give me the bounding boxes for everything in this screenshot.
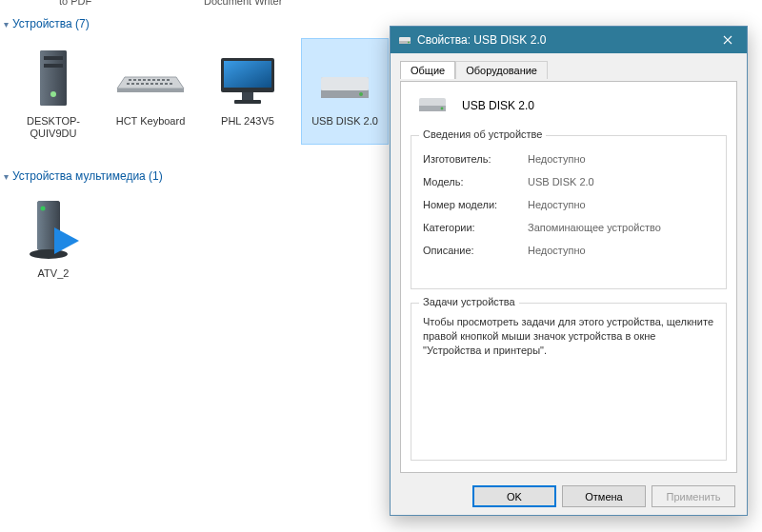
keyboard-icon — [108, 43, 193, 111]
info-key: Изготовитель: — [423, 153, 528, 165]
svg-rect-32 — [321, 77, 369, 90]
svg-rect-24 — [165, 83, 168, 85]
device-tasks-group: Задачи устройства Чтобы просмотреть зада… — [411, 303, 727, 461]
svg-point-45 — [441, 108, 444, 110]
svg-rect-17 — [131, 83, 134, 85]
tab-strip: Общие Оборудование — [400, 61, 737, 79]
svg-rect-19 — [141, 83, 144, 85]
ok-button[interactable]: OK — [472, 485, 556, 507]
row-description: Описание:Недоступно — [423, 239, 714, 262]
section-media[interactable]: ▾ Устройства мультимедиа (1) — [4, 169, 163, 183]
chevron-down-icon: ▾ — [4, 171, 9, 182]
device-label: HCT Keyboard — [108, 115, 193, 128]
svg-rect-25 — [170, 83, 172, 85]
svg-rect-15 — [167, 79, 170, 81]
svg-rect-22 — [155, 83, 158, 85]
device-usb-disk[interactable]: USB DISK 2.0 — [301, 38, 389, 145]
tab-pane-general: USB DISK 2.0 Сведения об устройстве Изго… — [400, 81, 737, 473]
info-key: Модель: — [423, 176, 528, 187]
svg-rect-23 — [160, 83, 163, 85]
svg-point-37 — [41, 207, 46, 211]
external-drive-icon — [418, 95, 447, 116]
device-info-group: Сведения об устройстве Изготовитель:Недо… — [411, 135, 727, 289]
dialog-titlebar[interactable]: Свойства: USB DISK 2.0 — [391, 27, 747, 53]
svg-rect-29 — [242, 92, 253, 100]
dialog-body: Общие Оборудование USB DISK 2.0 Сведения… — [391, 53, 747, 515]
row-manufacturer: Изготовитель:Недоступно — [423, 148, 714, 170]
devices-and-printers-window: to PDF Document Writer ▾ Устройства (7) … — [0, 0, 762, 532]
external-drive-icon — [302, 43, 388, 111]
device-identity: USB DISK 2.0 — [418, 95, 534, 116]
info-key: Номер модели: — [423, 199, 528, 210]
tasks-text: Чтобы просмотреть задачи для этого устро… — [423, 315, 714, 358]
cancel-button[interactable]: Отмена — [562, 485, 646, 507]
row-category: Категории:Запоминающее устройство — [423, 216, 714, 239]
svg-rect-9 — [138, 79, 141, 81]
tab-general[interactable]: Общие — [400, 61, 455, 79]
row-modelnum: Номер модели:Недоступно — [423, 193, 714, 216]
info-value: Запоминающее устройство — [528, 222, 661, 233]
info-key: Описание: — [423, 245, 528, 256]
section-title: Устройства (7) — [12, 17, 90, 30]
device-monitor[interactable]: PHL 243V5 — [204, 38, 291, 145]
device-media-atv2[interactable]: ATV_2 — [10, 190, 97, 285]
svg-rect-13 — [157, 79, 160, 81]
info-table: Изготовитель:Недоступно Модель:USB DISK … — [423, 148, 714, 262]
close-button[interactable] — [709, 27, 747, 53]
monitor-icon — [205, 43, 291, 111]
section-devices[interactable]: ▾ Устройства (7) — [4, 17, 90, 30]
dialog-buttons: OK Отмена Применить — [472, 485, 735, 507]
devices-row: DESKTOP-QUIV9DU HCT Keyboard — [10, 38, 389, 145]
svg-rect-28 — [224, 61, 271, 88]
device-label: PHL 243V5 — [205, 115, 291, 128]
device-label: ATV_2 — [10, 267, 96, 280]
section-title: Устройства мультимедиа (1) — [12, 169, 163, 183]
dialog-title: Свойства: USB DISK 2.0 — [417, 33, 709, 47]
tab-hardware[interactable]: Оборудование — [455, 61, 548, 79]
svg-rect-16 — [127, 83, 130, 85]
svg-rect-30 — [234, 100, 261, 104]
info-value: Недоступно — [528, 245, 586, 256]
clipped-label: Document Writer — [204, 0, 282, 7]
device-keyboard[interactable]: HCT Keyboard — [107, 38, 194, 145]
svg-point-42 — [408, 42, 410, 44]
device-name: USB DISK 2.0 — [462, 99, 534, 112]
chevron-down-icon: ▾ — [4, 19, 9, 30]
apply-button: Применить — [652, 485, 735, 507]
device-desktop[interactable]: DESKTOP-QUIV9DU — [10, 38, 97, 145]
info-value: Недоступно — [528, 153, 586, 165]
svg-rect-11 — [148, 79, 150, 81]
svg-rect-2 — [44, 56, 63, 60]
desktop-tower-icon — [10, 43, 96, 111]
group-legend: Задачи устройства — [419, 296, 519, 307]
svg-rect-18 — [136, 83, 139, 85]
info-key: Категории: — [423, 222, 528, 233]
clipped-label: to PDF — [59, 0, 91, 7]
svg-marker-39 — [54, 227, 79, 254]
info-value: Недоступно — [528, 199, 586, 210]
svg-rect-3 — [44, 64, 63, 68]
media-server-icon — [10, 195, 96, 264]
device-label: DESKTOP-QUIV9DU — [10, 115, 96, 140]
svg-marker-6 — [117, 89, 184, 92]
close-icon — [723, 35, 732, 45]
svg-rect-20 — [146, 83, 149, 85]
properties-dialog: Свойства: USB DISK 2.0 Общие Оборудовани… — [390, 26, 748, 516]
svg-point-34 — [359, 92, 363, 96]
svg-rect-21 — [150, 83, 153, 85]
row-model: Модель:USB DISK 2.0 — [423, 170, 714, 193]
svg-rect-8 — [133, 79, 136, 81]
svg-rect-14 — [162, 79, 165, 81]
device-label: USB DISK 2.0 — [302, 115, 388, 128]
svg-rect-12 — [152, 79, 155, 81]
media-row: ATV_2 — [10, 190, 97, 285]
drive-icon — [398, 33, 411, 47]
group-legend: Сведения об устройстве — [419, 128, 546, 140]
svg-point-4 — [50, 91, 56, 97]
info-value: USB DISK 2.0 — [528, 176, 594, 187]
svg-rect-7 — [129, 79, 131, 81]
svg-point-38 — [30, 249, 68, 259]
clipped-row: to PDF Document Writer — [0, 0, 762, 10]
svg-rect-10 — [143, 79, 146, 81]
